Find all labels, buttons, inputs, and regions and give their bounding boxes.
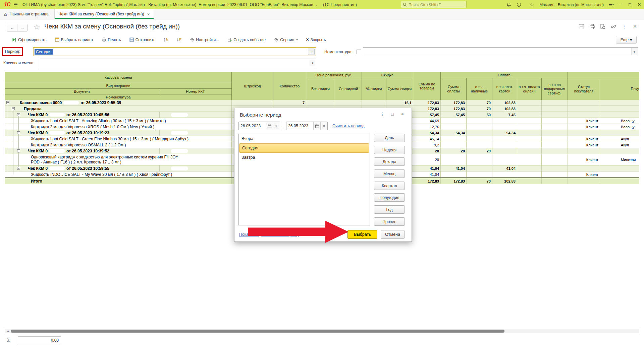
date-to-value[interactable]: 26.05.2023 xyxy=(286,122,313,130)
nomenclature-combo[interactable]: ▾ xyxy=(363,47,638,56)
quick-period-button-1[interactable]: Неделя xyxy=(374,146,405,154)
global-search[interactable] xyxy=(401,1,467,8)
cell-card xyxy=(492,142,517,148)
nomenclature-checkbox[interactable] xyxy=(357,50,361,54)
calendar-icon[interactable] xyxy=(266,122,273,130)
notifications-bell-icon[interactable] xyxy=(506,2,517,7)
quick-period-button-0[interactable]: День xyxy=(374,134,405,142)
col-header-sum_pay: Сумма оплаты xyxy=(441,78,467,100)
forward-button[interactable]: → xyxy=(17,24,27,31)
cell-gift xyxy=(542,148,568,154)
search-input[interactable] xyxy=(409,3,462,7)
toolbar-сформировать[interactable]: Сформировать xyxy=(12,38,47,42)
period-label: Период: xyxy=(5,49,20,54)
clear-date-icon[interactable]: × xyxy=(273,122,280,130)
cancel-button[interactable]: Отмена xyxy=(381,230,405,239)
cell-sum_goods: 172,83 xyxy=(413,100,441,106)
save-icon[interactable] xyxy=(578,23,584,29)
history-nav-group: ← → xyxy=(7,24,28,31)
collapse-expander-icon[interactable] xyxy=(12,107,15,110)
calendar-icon[interactable] xyxy=(313,122,320,130)
toolbar-закрыть[interactable]: ×Закрыть xyxy=(306,38,326,42)
quick-period-button-4[interactable]: Квартал xyxy=(374,182,405,190)
cell-sum_goods: 20 xyxy=(413,148,441,154)
toolbar-печать[interactable]: Печать xyxy=(102,38,121,42)
period-preset-yesterday[interactable]: Вчера xyxy=(239,134,370,143)
toolbar-sort-desc[interactable] xyxy=(177,38,181,42)
favorites-star-icon[interactable]: ☆ xyxy=(527,2,537,8)
row-label: Чек ККМ 0от 26.05.2023 10:39:52 xyxy=(5,148,232,154)
toolbar-выбрать-вариант[interactable]: Выбрать вариант xyxy=(55,38,94,42)
period-choose-button[interactable]: ... xyxy=(308,49,315,55)
doc-label-prefix: Чек ККМ 0 xyxy=(28,166,48,171)
date-to-field[interactable]: 26.05.2023 × xyxy=(286,122,328,130)
col-header-cash: в т.ч. наличные xyxy=(467,78,492,100)
history-icon[interactable] xyxy=(517,2,527,7)
collapse-expander-icon[interactable] xyxy=(17,149,20,152)
collapse-menu-icon[interactable]: ☰▾ xyxy=(606,0,616,9)
maximize-icon[interactable]: □ xyxy=(625,0,635,9)
date-from-field[interactable]: 26.05.2023 × xyxy=(238,122,280,130)
cash-shift-combo[interactable]: ▾ xyxy=(40,59,316,67)
more-button[interactable]: Еще ▾ xyxy=(616,36,637,44)
cell-cash xyxy=(467,142,492,148)
dialog-maximize-icon[interactable]: □ xyxy=(389,112,395,117)
find-icon[interactable] xyxy=(600,23,606,29)
quick-period-button-5[interactable]: Полугодие xyxy=(374,193,405,202)
quick-period-button-6[interactable]: Год xyxy=(374,205,405,214)
back-button[interactable]: ← xyxy=(7,24,17,31)
toolbar-настройки-[interactable]: Настройки... xyxy=(190,38,219,42)
chevron-down-icon[interactable]: ▾ xyxy=(310,60,315,66)
row-label: Чек ККМ 0от 26.05.2023 10:59:55 xyxy=(5,165,232,171)
custom-period-link[interactable]: Показать произвольный период xyxy=(239,232,299,237)
collapse-expander-icon[interactable] xyxy=(17,131,20,134)
scroll-left-icon[interactable]: ◂ xyxy=(6,329,10,333)
dialog-kebab-icon[interactable]: ⋮ xyxy=(379,112,385,117)
period-input[interactable]: Сегодня ... xyxy=(33,47,316,56)
print-icon[interactable] xyxy=(589,23,595,29)
scrollbar-thumb[interactable] xyxy=(11,330,504,333)
clear-date-icon[interactable]: × xyxy=(320,122,327,130)
favorite-star-icon[interactable]: ☆ xyxy=(34,23,40,31)
period-preset-today[interactable]: Сегодня xyxy=(239,143,369,153)
sum-field[interactable]: 0,00 xyxy=(18,336,61,344)
tab-home[interactable]: ⌂ Начальная страница xyxy=(0,9,54,19)
clear-period-link[interactable]: Очистить период xyxy=(332,124,365,128)
minimize-icon[interactable]: – xyxy=(616,0,625,9)
collapse-expander-icon[interactable] xyxy=(6,101,9,104)
quick-period-button-7[interactable]: Прочее xyxy=(374,217,405,226)
collapse-expander-icon[interactable] xyxy=(17,167,20,170)
current-user[interactable]: Магазин - Виталюр (ш. Московское) xyxy=(539,3,604,7)
toolbar-создать-событие[interactable]: Создать событие xyxy=(227,38,266,42)
dialog-close-icon[interactable]: ✕ xyxy=(399,112,406,117)
period-preset-tomorrow[interactable]: Завтра xyxy=(239,153,370,162)
cell-buyer xyxy=(600,148,639,154)
kebab-menu-icon[interactable]: ⋮ xyxy=(621,23,627,29)
cell-card: 102,83 xyxy=(492,178,517,184)
cell-gift xyxy=(542,165,568,171)
quick-period-button-3[interactable]: Месяц xyxy=(374,169,405,178)
chevron-down-icon[interactable]: ▾ xyxy=(631,48,637,55)
table-group-row[interactable]: Кассовая смена 0000от 26.05.2023 9:55:39… xyxy=(5,100,639,106)
close-form-icon[interactable]: ✕ xyxy=(632,23,638,29)
collapse-expander-icon[interactable] xyxy=(17,113,20,116)
cell-gift xyxy=(542,171,568,178)
cell-card: 102,83 xyxy=(492,106,517,112)
cell-sum_goods: 41,04 xyxy=(413,165,441,171)
col-header-disc_pct: % скидки xyxy=(362,78,386,100)
tab-report-active[interactable]: Чеки ККМ за смену (Основной (без трейд и… xyxy=(54,9,154,19)
col-header-pay_group: Оплата xyxy=(441,72,568,78)
get-link-icon[interactable] xyxy=(610,23,616,29)
toolbar-сохранить[interactable]: Сохранить xyxy=(129,38,156,42)
horizontal-scrollbar[interactable]: ◂ xyxy=(5,329,639,333)
close-window-icon[interactable]: ✕ xyxy=(635,0,644,9)
main-menu-icon[interactable]: ☰ xyxy=(13,2,18,7)
row-label: Кассовая смена 0000от 26.05.2023 9:55:39 xyxy=(5,100,232,106)
date-from-value[interactable]: 26.05.2023 xyxy=(239,122,266,130)
toolbar-сервис[interactable]: Сервис▾ xyxy=(274,38,298,42)
select-button[interactable]: Выбрать xyxy=(347,230,377,239)
quick-period-button-2[interactable]: Декада xyxy=(374,157,405,166)
toolbar-sort-asc[interactable] xyxy=(164,38,168,42)
tab-close-icon[interactable]: × xyxy=(147,12,150,17)
cell-online xyxy=(517,142,542,148)
